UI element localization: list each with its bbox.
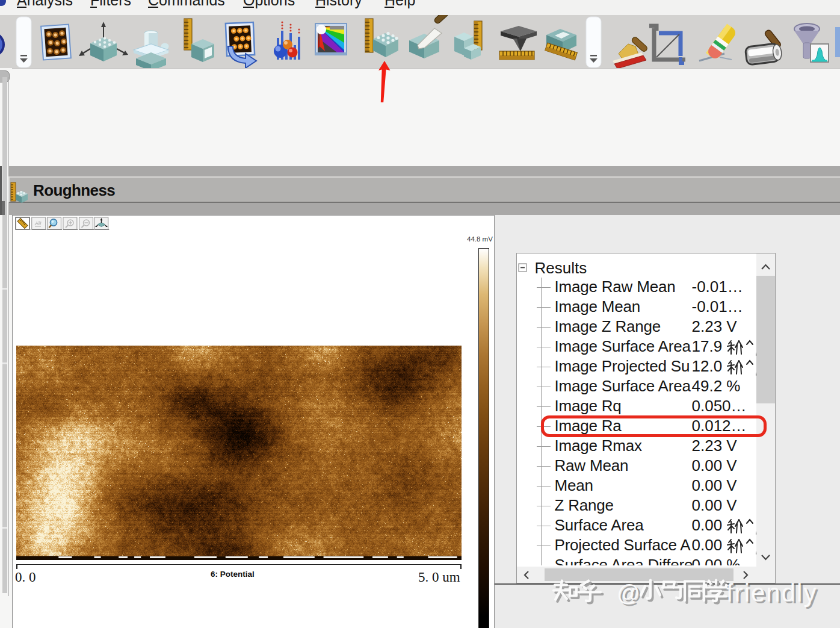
svg-text:friendly: friendly — [726, 579, 817, 607]
svg-text:@: @ — [617, 580, 640, 606]
